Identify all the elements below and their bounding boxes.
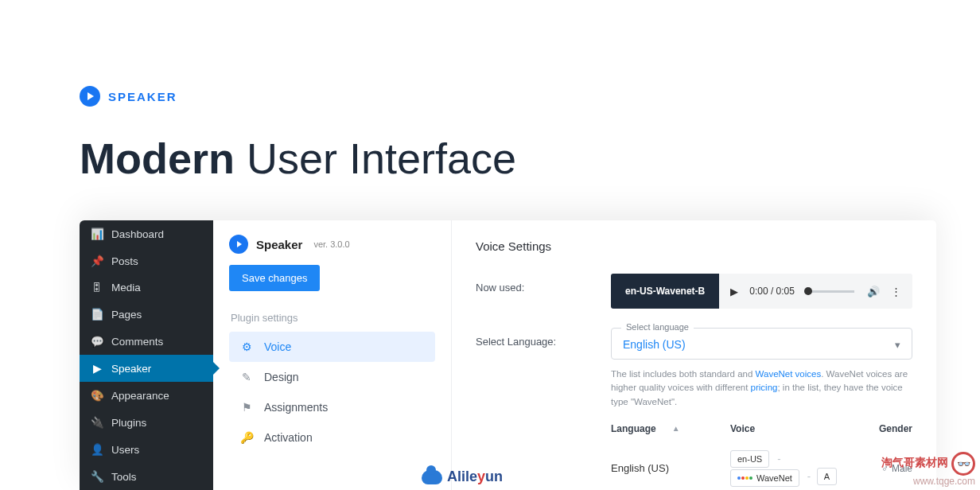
wrench-icon: 🔧 <box>91 470 103 483</box>
dashboard-icon: 📊 <box>91 228 103 240</box>
plug-icon: 🔌 <box>91 416 103 429</box>
sidebar-item-media[interactable]: 🎛Media <box>80 274 213 301</box>
pencil-icon: ✎ <box>240 371 253 383</box>
watermark-alileyun: Alileyun <box>422 469 503 485</box>
key-icon: 🔑 <box>240 431 253 444</box>
app-window: 📊Dashboard 📌Posts 🎛Media 📄Pages 💬Comment… <box>80 220 936 490</box>
select-legend: Select language <box>621 322 694 332</box>
table-row[interactable]: English (US) en-US- WaveNet- A ♂Male <box>611 442 912 487</box>
locale-chip: en-US <box>730 450 769 468</box>
wavenet-link[interactable]: WaveNet voices <box>756 369 822 379</box>
voice-badge: en-US-Wavenet-B <box>611 274 719 309</box>
col-gender[interactable]: Gender <box>857 423 912 434</box>
language-select[interactable]: Select language English (US) ▾ <box>611 328 912 360</box>
select-language-label: Select Language: <box>476 328 611 348</box>
row-language: English (US) <box>611 462 730 474</box>
pin-icon: 📌 <box>91 255 103 267</box>
page-icon: 📄 <box>91 308 103 321</box>
play-icon: ▶ <box>91 362 103 375</box>
more-icon[interactable]: ⋮ <box>891 286 901 298</box>
col-voice[interactable]: Voice <box>730 423 857 434</box>
selected-language: English (US) <box>623 338 686 351</box>
chevron-down-icon: ▾ <box>895 339 900 351</box>
play-button-icon[interactable]: ▶ <box>730 286 738 298</box>
volume-icon[interactable]: 🔊 <box>867 286 880 298</box>
variant-chip: A <box>817 468 837 485</box>
flag-icon: ⚑ <box>240 401 253 414</box>
sidebar-item-dashboard[interactable]: 📊Dashboard <box>80 220 213 247</box>
col-language[interactable]: Language <box>611 423 656 434</box>
nav-design[interactable]: ✎Design <box>229 362 435 392</box>
save-changes-button[interactable]: Save changes <box>229 265 320 291</box>
plugin-version: ver. 3.0.0 <box>313 239 349 249</box>
pricing-link[interactable]: pricing <box>751 383 778 392</box>
sidebar-item-comments[interactable]: 💬Comments <box>80 328 213 355</box>
wavenet-chip: WaveNet <box>730 469 799 487</box>
nav-voice[interactable]: ⚙Voice <box>229 332 435 362</box>
table-header: Language▲ Voice Gender <box>611 423 912 442</box>
settings-title: Voice Settings <box>476 239 912 253</box>
wp-admin-sidebar: 📊Dashboard 📌Posts 🎛Media 📄Pages 💬Comment… <box>80 220 213 490</box>
watermark-tqge: 淘气哥素材网 www.tqge.com <box>881 452 975 488</box>
help-text: The list includes both standard and Wave… <box>611 368 912 409</box>
now-used-label: Now used: <box>476 274 611 294</box>
seek-track[interactable] <box>804 290 854 293</box>
nav-activation[interactable]: 🔑Activation <box>229 422 435 453</box>
sort-icon[interactable]: ▲ <box>672 424 680 433</box>
audio-player[interactable]: en-US-Wavenet-B ▶ 0:00 / 0:05 🔊 ⋮ <box>611 274 912 309</box>
sidebar-item-plugins[interactable]: 🔌Plugins <box>80 409 213 436</box>
sidebar-item-posts[interactable]: 📌Posts <box>80 247 213 274</box>
plugin-title: Speaker <box>256 238 302 251</box>
brand-name: SPEAKER <box>108 90 177 103</box>
sidebar-item-pages[interactable]: 📄Pages <box>80 301 213 328</box>
media-icon: 🎛 <box>91 282 103 294</box>
time-display: 0:00 / 0:05 <box>749 286 795 297</box>
sidebar-item-users[interactable]: 👤Users <box>80 436 213 463</box>
page-heading: Modern User Interface <box>80 134 516 183</box>
speaker-logo-icon <box>80 86 100 107</box>
nav-assignments[interactable]: ⚑Assignments <box>229 392 435 422</box>
sidebar-item-appearance[interactable]: 🎨Appearance <box>80 382 213 409</box>
face-icon <box>951 452 975 476</box>
main-content: Voice Settings Now used: en-US-Wavenet-B… <box>452 220 936 490</box>
plugin-settings-panel: Speaker ver. 3.0.0 Save changes Plugin s… <box>213 220 452 490</box>
sliders-icon: ⚙ <box>240 340 253 353</box>
plugin-logo-icon <box>229 235 248 254</box>
cloud-icon <box>422 470 442 484</box>
user-icon: 👤 <box>91 443 103 456</box>
row-voice: en-US- WaveNet- A <box>730 450 857 487</box>
sidebar-item-speaker[interactable]: ▶Speaker <box>80 355 213 382</box>
sidebar-item-tools[interactable]: 🔧Tools <box>80 463 213 490</box>
comment-icon: 💬 <box>91 335 103 348</box>
brush-icon: 🎨 <box>91 389 103 402</box>
section-label: Plugin settings <box>231 312 435 324</box>
